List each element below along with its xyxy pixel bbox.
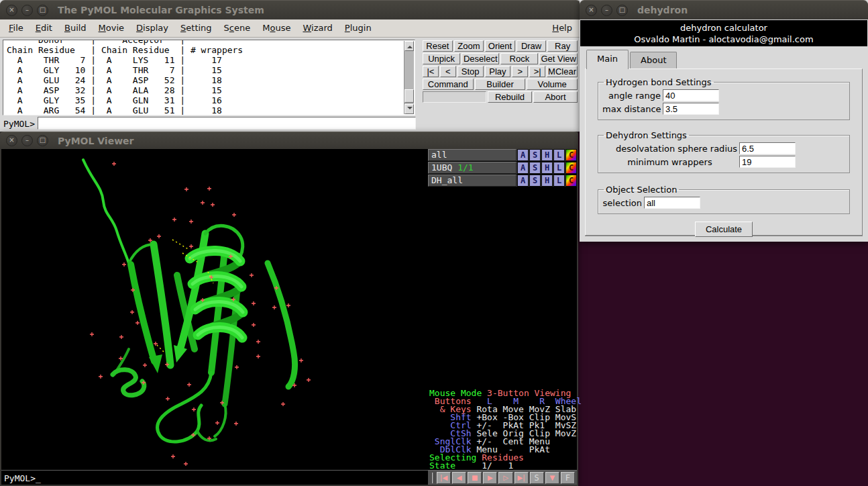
frame-last-button[interactable]: ▶| — [514, 472, 529, 484]
sphere-radius-field[interactable] — [739, 142, 796, 154]
menu-movie[interactable]: Movie — [93, 19, 130, 37]
close-icon[interactable]: × — [586, 5, 597, 16]
angle-range-field[interactable] — [663, 89, 719, 101]
viewer-client: allASHLC1UBQ 1/1ASHLCDH_allASHLC Mouse M… — [1, 149, 577, 485]
menu-build[interactable]: Build — [58, 19, 93, 37]
menu-help[interactable]: Help — [546, 19, 578, 37]
object-c-button[interactable]: C — [565, 175, 577, 187]
object-s-button[interactable]: S — [529, 162, 541, 174]
object-a-button[interactable]: A — [517, 175, 529, 187]
viewer-canvas[interactable] — [1, 149, 428, 469]
frame-last-button[interactable]: >| — [529, 66, 545, 77]
object-name-all[interactable]: all — [428, 149, 517, 161]
mouse-help-panel: Mouse Mode 3-Button Viewing Buttons L M … — [429, 389, 582, 470]
object-h-button[interactable]: H — [541, 175, 553, 187]
object-l-button[interactable]: L — [553, 162, 565, 174]
output-area[interactable]: Donor | Acceptor | Chain Residue | Chain… — [3, 40, 415, 115]
menu-wizard[interactable]: Wizard — [296, 19, 338, 37]
down-button[interactable]: ▼ — [545, 472, 559, 484]
object-h-button[interactable]: H — [541, 149, 553, 161]
button-row-3: |<<StopPlay>>|MClear — [422, 65, 578, 78]
minimize-icon[interactable]: – — [601, 5, 612, 16]
viewer-titlebar[interactable]: × – □ PyMOL Viewer — [0, 132, 578, 149]
object-c-button[interactable]: C — [565, 149, 577, 161]
fullscreen-button[interactable]: F — [561, 472, 575, 484]
tab-main[interactable]: Main — [586, 50, 629, 69]
rock-button[interactable]: Rock — [500, 53, 538, 64]
min-wrappers-field[interactable] — [739, 156, 796, 168]
frame-next-button[interactable]: > — [512, 66, 528, 77]
close-icon[interactable]: × — [6, 5, 17, 16]
selection-field[interactable] — [644, 197, 700, 209]
viewer-prompt[interactable]: PyMOL>_ — [1, 470, 428, 485]
calculate-button[interactable]: Calculate — [695, 222, 753, 237]
frame-back-button[interactable]: ◀ — [452, 472, 466, 484]
scene-button[interactable]: S — [530, 472, 544, 484]
output-scrollbar[interactable] — [404, 41, 414, 114]
object-l-button[interactable]: L — [553, 149, 565, 161]
menu-edit[interactable]: Edit — [30, 19, 58, 37]
reset-button[interactable]: Reset — [423, 40, 453, 52]
builder-button[interactable]: Builder — [475, 79, 526, 90]
menu-display[interactable]: Display — [130, 19, 174, 37]
maximize-icon[interactable]: □ — [616, 5, 628, 16]
object-name-dh_all[interactable]: DH_all — [428, 175, 517, 187]
object-s-button[interactable]: S — [529, 175, 541, 187]
object-a-button[interactable]: A — [517, 162, 529, 174]
maximize-icon[interactable]: □ — [37, 5, 48, 16]
menu-mouse[interactable]: Mouse — [256, 19, 296, 37]
play-button[interactable]: Play — [485, 66, 511, 77]
playbar-grip[interactable] — [432, 473, 434, 483]
orient-button[interactable]: Orient — [485, 40, 515, 52]
object-s-button[interactable]: S — [529, 149, 541, 161]
frame-prev-button[interactable]: < — [440, 66, 456, 77]
dehydron-titlebar[interactable]: × – □ dehydron — [580, 0, 868, 19]
close-icon[interactable]: × — [6, 135, 17, 146]
main-titlebar[interactable]: × – □ The PyMOL Molecular Graphics Syste… — [0, 0, 581, 19]
mclear-button[interactable]: MClear — [547, 66, 578, 77]
object-row-1ubq: 1UBQ 1/1ASHLC — [428, 162, 577, 175]
object-name-1ubq[interactable]: 1UBQ 1/1 — [428, 162, 517, 174]
tab-about[interactable]: About — [630, 52, 677, 68]
ray-button[interactable]: Ray — [547, 40, 578, 52]
prompt-row: PyMOL> — [3, 117, 416, 130]
menu-setting[interactable]: Setting — [174, 19, 218, 37]
plugin-banner: dehydron calculator Osvaldo Martin - alo… — [580, 20, 867, 46]
menu-plugin[interactable]: Plugin — [339, 19, 378, 37]
min-wrappers-label: minimum wrappers — [602, 157, 739, 167]
minimize-icon[interactable]: – — [21, 135, 33, 146]
unpick-button[interactable]: Unpick — [423, 53, 460, 64]
object-c-button[interactable]: C — [565, 162, 577, 174]
menu-file[interactable]: File — [3, 19, 30, 37]
frame-first-button[interactable]: |< — [423, 66, 439, 77]
stop-button[interactable]: Stop — [457, 66, 484, 77]
rebuild-button[interactable]: Rebuild — [488, 91, 532, 103]
zoom-button[interactable]: Zoom — [454, 40, 484, 52]
object-a-button[interactable]: A — [517, 149, 529, 161]
scroll-thumb[interactable] — [404, 89, 414, 103]
minimize-icon[interactable]: – — [21, 5, 33, 16]
get-view-button[interactable]: Get View — [539, 53, 578, 64]
play-button[interactable]: ▶ — [483, 472, 497, 484]
draw-button[interactable]: Draw — [517, 40, 547, 52]
command-input[interactable] — [38, 117, 416, 130]
deselect-button[interactable]: Deselect — [462, 53, 499, 64]
main-tab-pane: Hydrogen bond Settings angle range max d… — [585, 68, 863, 236]
stop-button[interactable]: ■ — [468, 472, 482, 484]
dehydron-settings-legend: Dehydron Settings — [604, 130, 689, 140]
menu-scene[interactable]: Scene — [218, 19, 257, 37]
scroll-down-icon[interactable] — [404, 104, 414, 114]
volume-button[interactable]: Volume — [527, 79, 578, 90]
abort-button[interactable]: Abort — [533, 91, 578, 103]
command-button[interactable]: Command — [423, 79, 474, 90]
maximize-icon[interactable]: □ — [37, 135, 48, 146]
viewer-window: × – □ PyMOL Viewer — [0, 132, 578, 486]
menu-bar: FileEditBuildMovieDisplaySettingSceneMou… — [0, 19, 581, 38]
frame-forward-button[interactable]: ▷ — [498, 472, 512, 484]
scroll-up-icon[interactable] — [404, 41, 414, 51]
object-l-button[interactable]: L — [553, 175, 565, 187]
viewer-window-title: PyMOL Viewer — [58, 136, 134, 146]
object-h-button[interactable]: H — [541, 162, 553, 174]
frame-first-button[interactable]: |◀ — [437, 472, 451, 484]
max-distance-field[interactable] — [663, 103, 719, 115]
